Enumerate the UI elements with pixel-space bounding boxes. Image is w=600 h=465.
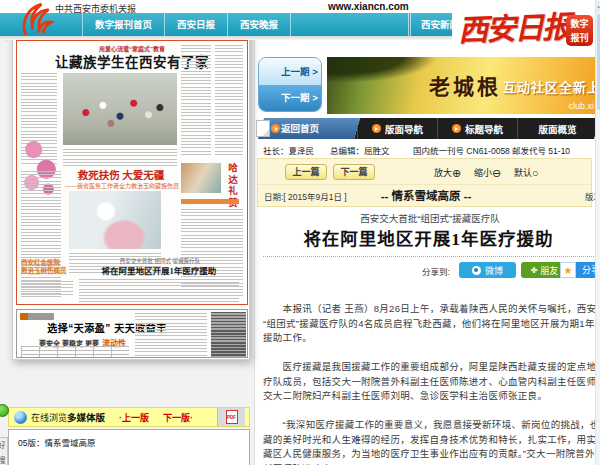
widget-char-2: 搜 — [0, 453, 7, 465]
page-icon — [256, 120, 270, 137]
bank-logo — [20, 313, 54, 320]
nav-item-digital-home[interactable]: 数字报刊首页 — [82, 13, 164, 36]
mid-subline: ——我省医务工作者全力救治玉树藏族伤员 — [57, 181, 187, 190]
mid-headline: 救死扶伤 大爱无疆 — [65, 167, 177, 182]
scrollbar[interactable]: ▲ — [595, 0, 600, 465]
prev-article-button[interactable]: 上一篇 — [285, 164, 327, 180]
dense-notice-block — [211, 312, 246, 357]
article-kicker: 西安交大首批“组团式”援藏医疗队 — [290, 211, 570, 225]
body-line: “我深知医疗援藏工作的重要意义，我愿意接受新环境、新岗位的挑战，也会 — [263, 418, 600, 433]
banner-brand: 老城根 — [429, 70, 501, 100]
newspaper-photo-small — [181, 163, 221, 193]
tab-page-overview[interactable]: 版面概览 — [517, 118, 597, 139]
prev-page-link[interactable]: ·上一版 — [119, 411, 149, 424]
featured-article-headline: 将在阿里地区开展1年医疗援助 — [79, 264, 239, 276]
body-line: 藏区人民健康服务，为当地的医疗卫生事业作出应有的贡献。”交大一附院普外 — [263, 447, 600, 462]
body-line: 任医师陈进才表示。 — [263, 462, 600, 465]
newspaper-photo-hospital — [69, 191, 161, 249]
body-line: “组团式”援藏医疗队的4名成员启程飞赴西藏，他们将在阿里地区开展为期1年 — [263, 317, 600, 332]
tab-multimedia[interactable]: 多媒体版 — [67, 410, 105, 424]
fake-text-caption — [63, 149, 177, 167]
page-caption: 05版：情系雪域高原 — [18, 438, 95, 448]
zoom-out-button[interactable]: 缩小⊖ — [474, 166, 501, 180]
pdf-button[interactable]: PDF — [217, 408, 245, 426]
tab-title-nav[interactable]: 标题导航 — [437, 118, 517, 139]
tab-page-overview-label: 版面概览 — [538, 122, 576, 136]
next-article-button[interactable]: 下一篇 — [333, 164, 375, 180]
section-nav-bar: 版面导航 标题导航 版面概览 — [354, 118, 600, 139]
fake-text-block — [79, 279, 239, 303]
panel-divider — [254, 38, 255, 465]
badge-line-2: 报刊 — [566, 31, 593, 45]
body-line: 援助工作。 — [263, 331, 600, 346]
ad-rate-table — [21, 346, 129, 357]
page-caption-box[interactable]: 05版：情系雪域高原 — [8, 429, 250, 465]
tab-back-home-label: 返回首页 — [281, 118, 319, 139]
floating-search-widget[interactable]: 好 搜 — [0, 437, 8, 465]
newspaper-photo-dancing — [63, 73, 177, 145]
newspaper-page-image[interactable]: 情系雪域高原 用爱心浇灌“家庭式”教育 让藏族学生在西安有了家 救死扶伤 大爱无… — [12, 12, 250, 360]
zoom-out-icon: ⊖ — [492, 167, 501, 179]
masthead-label: 中共西安市委机关报 — [55, 2, 136, 15]
star-icon[interactable]: ★ — [560, 262, 576, 278]
tab-page-nav-label: 版面导航 — [385, 122, 423, 136]
tab-title-nav-label: 标题导航 — [465, 122, 503, 136]
toolbar-divider — [258, 184, 591, 185]
next-page-link[interactable]: 下一版· — [163, 411, 193, 424]
pdf-icon: PDF — [226, 410, 238, 424]
body-line: 医疗援藏是我国援藏工作的重要组成部分，阿里是陕西赴藏支援的定点地区。医 — [263, 360, 600, 375]
tab-online-browse[interactable]: 在线浏览 — [31, 411, 67, 424]
share-weibo-button[interactable]: 微博 — [459, 262, 516, 278]
article-title: 将在阿里地区开展1年医疗援助 — [257, 225, 600, 250]
play-circle-icon — [372, 124, 381, 133]
share-row: 分享到: 微博 ✤ 朋友 ★ 分享 — [257, 262, 600, 279]
postal-code-label: 邮发代号 51-10 — [512, 144, 570, 156]
box-headline-line1: 西安红会医院 — [21, 259, 77, 267]
banner-ad[interactable]: 老城根 互动社区全新上线 club.xi — [327, 57, 600, 114]
zoom-in-label: 放大 — [434, 168, 452, 178]
body-line: 藏的美好时光和人生难得的经历，发挥自身技术优势和特长，扎实工作，用实际 — [263, 433, 600, 448]
dotted-divider — [263, 256, 600, 257]
zoom-in-button[interactable]: 放大⊕ — [434, 166, 461, 180]
page: 中共西安市委机关报 www.xiancn.com 数字报刊首页 西安日报 西安晚… — [0, 0, 600, 465]
digital-edition-badge: 数字 报刊 — [566, 15, 593, 46]
play-circle-icon — [271, 124, 280, 133]
zoom-out-label: 缩小 — [474, 168, 492, 178]
play-circle-icon — [452, 124, 461, 133]
article-body: 本报讯（记者 王燕）8月26日上午，承载着陕西人民的关怀与嘱托，西安交大 “组团… — [263, 302, 600, 465]
sphere-icon — [14, 411, 27, 424]
banner-slogan: 互动社区全新上线 — [503, 77, 600, 96]
scrollbar-up-icon[interactable]: ▲ — [596, 1, 600, 12]
body-line: 本报讯（记者 王燕）8月26日上午，承载着陕西人民的关怀与嘱托，西安交大 — [263, 302, 600, 317]
body-line: 疗队成员，包括交大一附院普外科副主任医师陈进才、心血管内科副主任医师谢 — [263, 375, 600, 390]
chief-editor-label: 总编辑：屈胜文 — [330, 144, 390, 156]
prev-issue-button[interactable]: 上一期 > — [259, 58, 321, 85]
banner-url: club.xi — [568, 101, 594, 111]
tab-page-nav[interactable]: 版面导航 — [357, 118, 437, 139]
share-weibo-label: 微博 — [485, 264, 503, 277]
site-url: www.xiancn.com — [328, 1, 409, 12]
section-title: -- 情系雪域高原 -- — [356, 187, 496, 203]
zoom-default-button[interactable]: 默认○ — [514, 166, 539, 179]
viewer-bar: 在线浏览 多媒体版 ·上一版 下一版· PDF — [8, 407, 250, 427]
masthead-info-row: 社长：夏泽民 总编辑：屈胜文 国内统一刊号 CN61-0058 邮发代号 51-… — [263, 144, 600, 156]
brand-calligraphy: 西安日报 — [457, 2, 570, 50]
weibo-icon — [472, 266, 481, 275]
zoom-default-icon: ○ — [532, 167, 539, 179]
nav-item-xian-evening[interactable]: 西安晚报 — [227, 13, 291, 36]
article-toolbar: 上一篇 下一篇 放大⊕ 缩小⊖ 默认○ 日期:[ 2015年9月1日 ] -- … — [257, 158, 592, 207]
nav-item-xian-daily[interactable]: 西安日报 — [164, 13, 227, 36]
body-line: 交大二附院妇产科副主任医师刘明、急诊医学科主治医师张正良。 — [263, 389, 600, 404]
share-label: 分享到: — [422, 265, 450, 277]
zoom-default-label: 默认 — [514, 168, 532, 178]
phoenix-logo-icon — [18, 1, 54, 38]
fake-text-block — [135, 313, 207, 356]
date-label: 日期:[ 2015年9月1日 ] — [264, 190, 347, 202]
next-issue-button[interactable]: 下一期 > — [259, 85, 321, 111]
box-headline: 西安红会医院 救治玉树伤病员 — [21, 259, 77, 275]
brand-logo[interactable]: 西安日报 数字 报刊 — [452, 0, 600, 52]
share-friends-label: 朋友 — [540, 264, 558, 277]
issue-navigator: 上一期 > 下一期 > — [258, 57, 322, 112]
scrollbar-thumb[interactable] — [597, 14, 600, 110]
fake-text-col — [21, 171, 61, 297]
